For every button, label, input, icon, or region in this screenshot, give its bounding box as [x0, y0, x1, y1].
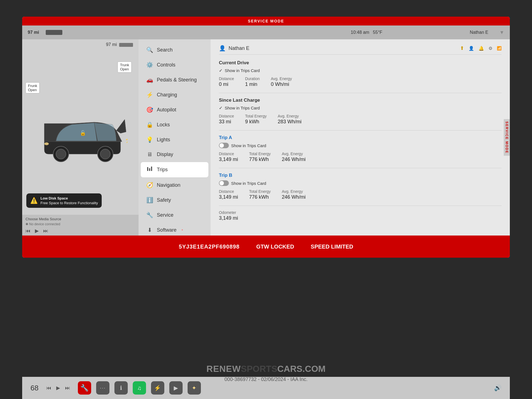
since-last-charge-show-label: Show in Trips Card — [225, 106, 260, 110]
watermark-renew: RENEW — [206, 364, 241, 374]
service-mode-bar: SERVICE MODE — [22, 17, 510, 25]
prev-button[interactable]: ⏮ — [25, 228, 30, 234]
menu-item-display[interactable]: 🖥 Display — [141, 147, 208, 162]
trip-b-distance: Distance 3,149 mi — [219, 189, 238, 200]
taskbar-play-icon: ▶ — [56, 385, 60, 391]
trip-b-title[interactable]: Trip B — [219, 173, 502, 178]
search-icon: 🔍 — [146, 47, 153, 53]
bluetooth-button[interactable]: ⚡ — [151, 381, 164, 395]
wrench-button[interactable]: 🔧 — [78, 381, 91, 395]
media-source: Choose Media Source — [25, 217, 135, 221]
trip-b-show-toggle[interactable]: Show in Trips Card — [219, 180, 502, 186]
current-drive-distance: Distance 0 mi — [219, 76, 234, 87]
gtw-status: GTW LOCKED — [256, 244, 294, 250]
svg-rect-8 — [149, 168, 150, 171]
trip-a-show-toggle[interactable]: Show in Trips Card — [219, 143, 502, 148]
car-status-bar: 97 mi 10:48 am 55°F Nathan E ▼ — [22, 25, 510, 39]
settings-icon: ⚙ — [488, 46, 492, 51]
bell-icon: 🔔 — [479, 46, 484, 51]
trip-b-stats: Distance 3,149 mi Total Energy 776 kWh A… — [219, 189, 502, 200]
user-display: Nathan E — [470, 30, 488, 35]
menu-item-charging[interactable]: ⚡ Charging — [141, 88, 208, 102]
menu-item-search[interactable]: 🔍 Search — [141, 43, 208, 57]
dots-icon: ··· — [100, 385, 106, 391]
menu-item-service[interactable]: 🔧 Service — [141, 208, 208, 222]
since-avg-energy: Avg. Energy 283 Wh/mi — [278, 114, 301, 125]
watermark-sports: SPORTS — [241, 364, 277, 374]
menu-label-display: Display — [157, 152, 173, 157]
watermark-sub: 000-38697732 - 02/06/2024 - IAA Inc. — [22, 377, 510, 382]
time-display: 10:48 am 55°F — [269, 30, 464, 35]
low-disk-warning: ⚠️ Low Disk Space Free Space to Restore … — [26, 193, 102, 208]
trip-b-show-label: Show in Trips Card — [231, 181, 266, 186]
current-drive-section: Current Drive ✓ Show in Trips Card Dista… — [219, 60, 502, 87]
trunk-label: Trunk Open — [117, 62, 132, 73]
trip-b-section: Trip B Show in Trips Card Distance 3,149… — [219, 173, 502, 200]
display-icon: 🖥 — [146, 151, 153, 158]
since-last-charge-checkmark: ✓ — [219, 105, 222, 111]
trip-a-title[interactable]: Trip A — [219, 135, 502, 140]
current-drive-avg-energy: Avg. Energy 0 Wh/mi — [271, 76, 292, 87]
menu-item-navigation[interactable]: 🧭 Navigation — [141, 178, 208, 192]
svg-text:🔓: 🔓 — [80, 130, 86, 136]
trip-b-toggle[interactable] — [219, 180, 229, 186]
since-total-energy: Total Energy 9 kWh — [245, 114, 267, 125]
user-header: 👤 Nathan E ⬆ 👤 🔔 ⚙ 📶 — [219, 45, 502, 55]
current-drive-stats: Distance 0 mi Duration 1 min Avg. Energy… — [219, 76, 502, 87]
menu-item-software[interactable]: ⬇ Software • — [141, 223, 208, 236]
info-icon: ℹ — [120, 385, 122, 391]
frunk-label: Frunk Open — [25, 82, 40, 93]
current-drive-duration: Duration 1 min — [245, 76, 260, 87]
svg-text:⚡: ⚡ — [125, 136, 127, 143]
warning-message: Free Space to Restore Functionality — [40, 201, 98, 205]
odometer-section: Odometer 3,149 mi — [219, 210, 502, 221]
warning-title: Low Disk Space — [40, 196, 98, 200]
menu-item-lights[interactable]: 💡 Lights — [141, 132, 208, 147]
since-last-charge-title: Since Last Charge — [219, 98, 502, 103]
charging-icon: ⚡ — [146, 91, 153, 98]
car-illustration: ⚡ 🔓 — [33, 106, 127, 169]
menu-item-controls[interactable]: ⚙️ Controls — [141, 58, 208, 72]
menu-item-trips[interactable]: Trips — [141, 162, 208, 177]
current-drive-checkmark: ✓ — [219, 68, 222, 73]
right-panel: 👤 Nathan E ⬆ 👤 🔔 ⚙ 📶 Current Drive — [211, 39, 510, 236]
service-mode-label: SERVICE MODE — [248, 19, 284, 23]
menu-item-pedals[interactable]: 🚗 Pedals & Steering — [141, 73, 208, 87]
pedals-icon: 🚗 — [146, 76, 153, 83]
volume-icon: 🔊 — [494, 384, 502, 392]
svg-point-4 — [44, 142, 49, 145]
vin-display: 5YJ3E1EA2PF690898 — [179, 244, 239, 250]
next-button[interactable]: ⏭ — [43, 228, 48, 234]
info-button[interactable]: ℹ — [114, 381, 128, 395]
menu-label-service: Service — [157, 212, 173, 218]
menu-label-search: Search — [157, 47, 173, 53]
menu-item-safety[interactable]: ℹ️ Safety — [141, 193, 208, 207]
svg-point-3 — [100, 149, 110, 159]
current-drive-show-toggle[interactable]: ✓ Show in Trips Card — [219, 68, 502, 73]
svg-rect-9 — [151, 167, 152, 171]
wrench-icon: 🔧 — [80, 384, 89, 392]
menu-item-autopilot[interactable]: 🎯 Autopilot — [141, 103, 208, 117]
star-button[interactable]: ✦ — [188, 381, 201, 395]
play-button-taskbar[interactable]: ▶ — [169, 381, 183, 395]
dots-button[interactable]: ··· — [96, 381, 109, 395]
since-last-charge-show-toggle[interactable]: ✓ Show in Trips Card — [219, 105, 502, 111]
spotify-button[interactable]: ♫ — [133, 381, 146, 395]
spotify-icon: ♫ — [137, 385, 141, 391]
menu-item-locks[interactable]: 🔒 Locks — [141, 117, 208, 132]
play-icon: ▶ — [174, 385, 178, 391]
middle-panel: 🔍 Search ⚙️ Controls 🚗 Pedals & Steering… — [139, 39, 211, 236]
speed-status: SPEED LIMITED — [311, 244, 353, 250]
since-last-charge-stats: Distance 33 mi Total Energy 9 kWh Avg. E… — [219, 114, 502, 125]
play-button[interactable]: ▶ — [35, 228, 39, 234]
menu-label-trips: Trips — [157, 167, 168, 173]
trip-a-show-label: Show in Trips Card — [231, 143, 266, 148]
svg-rect-7 — [147, 167, 148, 171]
next-track-icon: ⏭ — [65, 385, 70, 391]
mileage-display: 97 mi — [28, 30, 39, 35]
since-distance: Distance 33 mi — [219, 114, 234, 125]
trips-icon — [146, 166, 153, 173]
left-panel: 97 mi — [22, 39, 139, 236]
menu-label-safety: Safety — [157, 197, 171, 203]
trip-a-toggle[interactable] — [219, 143, 229, 148]
